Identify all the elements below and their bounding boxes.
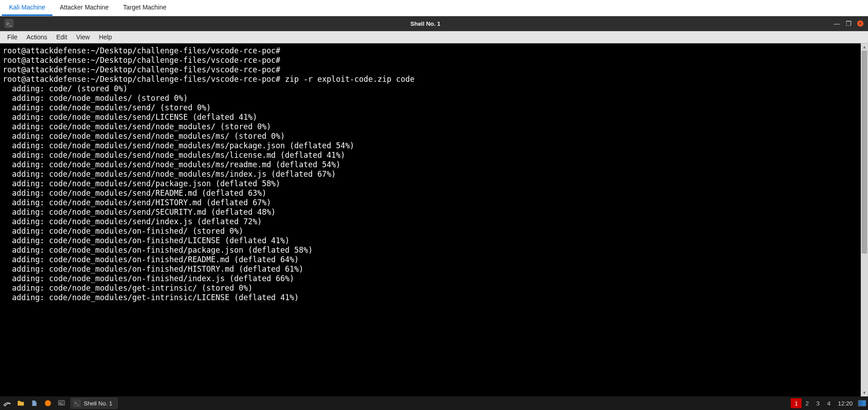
show-desktop-icon[interactable] xyxy=(858,400,866,406)
minimize-button[interactable]: — xyxy=(834,20,840,27)
taskbar-app-shell[interactable]: >_ Shell No. 1 xyxy=(71,398,118,409)
menu-view[interactable]: View xyxy=(72,33,94,42)
scroll-track[interactable] xyxy=(861,51,868,389)
terminal-icon: >_ xyxy=(5,19,14,28)
terminal-titlebar: >_ Shell No. 1 — ❐ × xyxy=(0,16,868,31)
maximize-button[interactable]: ❐ xyxy=(845,20,852,27)
text-editor-icon[interactable] xyxy=(28,398,41,409)
file-manager-icon[interactable] xyxy=(14,398,27,409)
vertical-scrollbar[interactable]: ▲ ▼ xyxy=(861,43,868,396)
taskbar-right: 1 2 3 4 12:20 xyxy=(791,398,866,408)
workspace-3[interactable]: 3 xyxy=(812,398,823,408)
menu-help[interactable]: Help xyxy=(94,33,117,42)
taskbar-left: >_ >_ Shell No. 1 xyxy=(0,398,118,409)
vm-viewport: >_ Shell No. 1 — ❐ × File Actions Edit V… xyxy=(0,16,868,410)
window-title: Shell No. 1 xyxy=(17,20,834,27)
terminal-wrap: root@attackdefense:~/Desktop/challenge-f… xyxy=(0,43,868,396)
taskbar-clock[interactable]: 12:20 xyxy=(834,400,856,407)
workspace-1[interactable]: 1 xyxy=(791,398,802,408)
menu-file[interactable]: File xyxy=(3,33,22,42)
scroll-up-arrow[interactable]: ▲ xyxy=(861,43,868,51)
workspace-4[interactable]: 4 xyxy=(823,398,834,408)
taskbar-app-label: Shell No. 1 xyxy=(84,400,113,407)
terminal-menubar: File Actions Edit View Help xyxy=(0,31,868,43)
close-button[interactable]: × xyxy=(857,20,863,27)
svg-text:>_: >_ xyxy=(60,402,63,405)
menu-edit[interactable]: Edit xyxy=(52,33,71,42)
terminal-output[interactable]: root@attackdefense:~/Desktop/challenge-f… xyxy=(0,43,861,396)
kali-menu-icon[interactable] xyxy=(1,398,14,409)
scroll-down-arrow[interactable]: ▼ xyxy=(861,389,868,396)
scroll-thumb[interactable] xyxy=(862,51,867,254)
lab-machine-tabs: Kali Machine Attacker Machine Target Mac… xyxy=(0,0,868,16)
workspace-2[interactable]: 2 xyxy=(802,398,812,408)
taskbar-app-terminal-icon: >_ xyxy=(73,399,81,407)
firefox-icon[interactable] xyxy=(42,398,54,409)
tab-kali-machine[interactable]: Kali Machine xyxy=(2,0,52,16)
svg-point-0 xyxy=(45,400,51,406)
window-controls: — ❐ × xyxy=(834,20,863,27)
menu-actions[interactable]: Actions xyxy=(22,33,52,42)
terminal-launcher-icon[interactable]: >_ xyxy=(55,398,68,409)
tab-attacker-machine[interactable]: Attacker Machine xyxy=(52,0,116,16)
tab-target-machine[interactable]: Target Machine xyxy=(116,0,174,16)
xfce-taskbar: >_ >_ Shell No. 1 1 2 3 4 12:20 xyxy=(0,396,868,410)
